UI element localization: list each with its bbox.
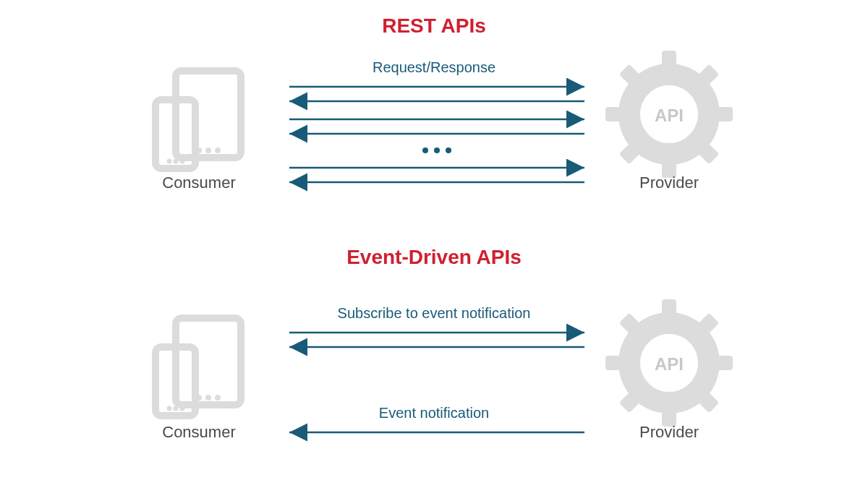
rest-consumer-icon (156, 71, 241, 168)
event-provider-label: Provider (639, 423, 699, 441)
svg-point-20 (422, 147, 428, 153)
svg-point-21 (434, 147, 440, 153)
event-notify-label: Event notification (379, 405, 489, 421)
rest-consumer-label: Consumer (162, 174, 235, 192)
event-title: Event-Driven APIs (346, 246, 522, 268)
rest-arrow-label: Request/Response (373, 59, 495, 75)
rest-provider-label: Provider (639, 174, 699, 192)
event-consumer-label: Consumer (162, 423, 235, 441)
rest-title: REST APIs (382, 14, 486, 37)
rest-api-badge: API (655, 106, 684, 125)
rest-arrows (289, 87, 584, 182)
event-subscribe-arrows (289, 333, 584, 347)
svg-point-22 (446, 147, 451, 153)
event-api-badge: API (655, 354, 684, 374)
event-consumer-icon (156, 318, 241, 416)
diagram-canvas: REST APIs Consumer API Provider Request/… (0, 0, 868, 488)
event-subscribe-label: Subscribe to event notification (338, 305, 531, 321)
